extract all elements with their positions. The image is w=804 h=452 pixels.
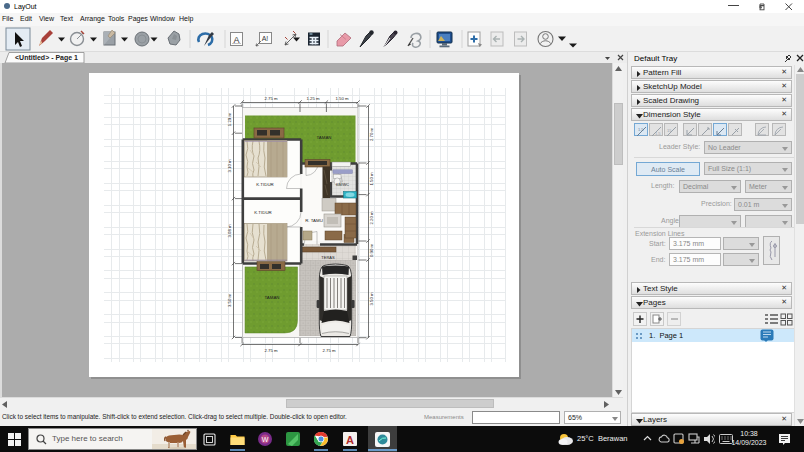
svg-text:3.08 m: 3.08 m: [227, 224, 232, 238]
svg-text:A: A: [346, 434, 354, 446]
svg-text:2.70 m: 2.70 m: [369, 128, 374, 142]
svg-text:0.90 m: 0.90 m: [369, 244, 374, 258]
svg-text:TAMAN: TAMAN: [316, 135, 331, 140]
svg-text:A!: A!: [262, 35, 269, 42]
svg-text:1.25 m: 1.25 m: [306, 96, 320, 101]
svg-text:KM/WC: KM/WC: [336, 183, 349, 187]
svg-text:2.75 m: 2.75 m: [264, 348, 278, 353]
svg-text:1.50 m: 1.50 m: [369, 172, 374, 186]
svg-text:A: A: [233, 35, 239, 45]
svg-text:2.75 m: 2.75 m: [322, 348, 336, 353]
svg-text:W: W: [262, 436, 269, 443]
svg-text:2.75 m: 2.75 m: [264, 96, 278, 101]
svg-text:3.10 m: 3.10 m: [227, 159, 232, 173]
svg-text:1.50 m: 1.50 m: [335, 96, 349, 101]
svg-text:TAMAN: TAMAN: [264, 295, 279, 300]
svg-text:1.29 m: 1.29 m: [227, 113, 232, 127]
svg-text:1.5: 1.5: [638, 127, 644, 132]
svg-text:K.TIDUR: K.TIDUR: [256, 182, 274, 187]
svg-text:2.20 m: 2.20 m: [369, 211, 374, 225]
svg-text:15: 15: [667, 128, 672, 133]
svg-text:K.TIDUR: K.TIDUR: [254, 210, 272, 215]
svg-text:R. TAMU: R. TAMU: [305, 218, 323, 223]
svg-text:3.50 m: 3.50 m: [369, 292, 374, 306]
svg-text:TERAS: TERAS: [321, 255, 335, 260]
svg-text:3.50 m: 3.50 m: [227, 294, 232, 308]
svg-text:1.5: 1.5: [655, 131, 661, 136]
